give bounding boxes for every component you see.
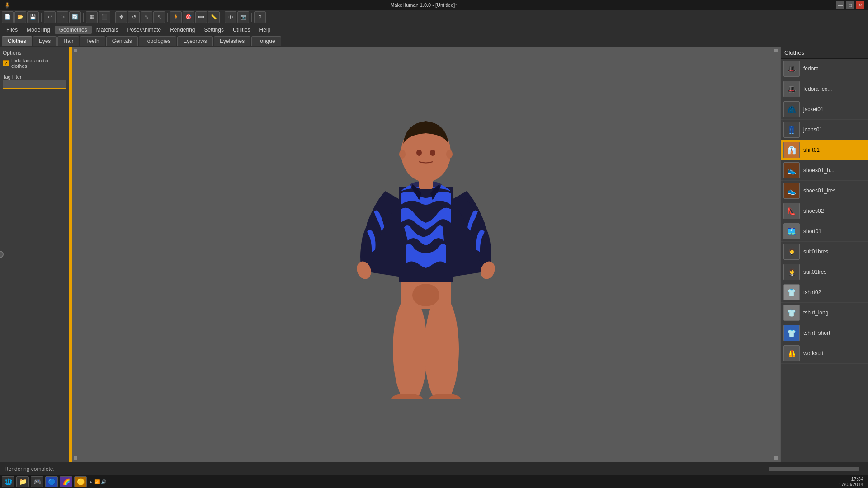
viewport-handle-bl[interactable] [74,456,77,460]
short01-thumb: 🩳 [783,223,800,239]
clothes-item-short01[interactable]: 🩳 short01 [781,221,868,242]
reset-button[interactable]: 🔄 [69,11,81,23]
status-text: Rendering complete. [5,466,769,472]
tshirt-short-thumb: 👕 [783,325,800,341]
clothes-item-tshirt-short[interactable]: 👕 tshirt_short [781,323,868,343]
svg-point-0 [393,295,427,399]
clothes-item-jeans01[interactable]: 👖 jeans01 [781,120,868,140]
tshirt-long-thumb: 👕 [783,305,800,321]
clothes-item-tshirt02[interactable]: 👕 tshirt02 [781,282,868,303]
menu-help[interactable]: Help [255,26,275,34]
tag-filter-section: Tag filter [3,71,66,89]
tab-topologies[interactable]: Topologies [139,36,176,46]
menu-pose-animate[interactable]: Pose/Animate [123,26,165,34]
tab-teeth[interactable]: Teeth [80,36,105,46]
shoes01h-label: shoes01_h... [803,167,835,174]
minimize-button[interactable]: — [836,1,844,9]
redo-button[interactable]: ↪ [57,11,68,23]
jeans01-label: jeans01 [803,127,822,133]
viewport[interactable] [72,47,780,462]
tab-eyebrows[interactable]: Eyebrows [177,36,213,46]
clothes-item-suit01lres[interactable]: 🤵 suit01lres [781,262,868,282]
tshirt02-thumb: 👕 [783,284,800,300]
taskbar-files[interactable]: 📁 [16,476,29,487]
tab-genitals[interactable]: Genitals [106,36,138,46]
toolbar-separator-6 [251,13,252,22]
target-button[interactable]: 🎯 [183,11,194,23]
progress-fill [769,467,859,471]
hide-faces-checkbox[interactable] [3,60,9,66]
taskbar-steam[interactable]: 🎮 [31,476,43,487]
eye-button[interactable]: 👁 [225,11,236,23]
toolbar-separator-4 [167,13,168,22]
tab-clothes[interactable]: Clothes [2,36,32,46]
tag-filter-label: Tag filter [3,74,66,80]
camera-button[interactable]: 📷 [237,11,249,23]
worksuit-thumb: 🦺 [783,345,800,361]
taskbar-chrome[interactable]: 🌐 [2,476,14,487]
taskbar-app4[interactable]: 🔵 [45,476,58,487]
menu-utilities[interactable]: Utilities [228,26,255,34]
shoes01h-thumb: 👟 [783,162,800,178]
suit01lres-thumb: 🤵 [783,264,800,280]
menu-materials[interactable]: Materials [92,26,123,34]
clothes-item-fedora-co[interactable]: 🎩 fedora_co... [781,79,868,99]
viewport-handle-tl[interactable] [74,49,77,52]
scale-button[interactable]: ⤡ [141,11,152,23]
new-button[interactable]: 📄 [2,11,14,23]
tshirt-short-label: tshirt_short [803,330,830,336]
tab-eyelashes[interactable]: Eyelashes [214,36,250,46]
clothes-item-suit01hres[interactable]: 🤵 suit01hres [781,242,868,262]
rotate-button[interactable]: ↺ [128,11,140,23]
taskbar-makehuman[interactable]: 🟡 [74,476,87,487]
menu-files[interactable]: Files [2,26,22,34]
left-panel: Options Hide faces under clothes Tag fil… [0,47,70,462]
menu-rendering[interactable]: Rendering [165,26,199,34]
maximize-button[interactable]: □ [846,1,854,9]
tab-hair[interactable]: Hair [57,36,79,46]
taskbar-sys-tray: ▲ 📶 🔊 [89,479,106,484]
measure-button[interactable]: 📏 [208,11,220,23]
tab-tongue[interactable]: Tongue [251,36,281,46]
select-button[interactable]: ↖ [153,11,165,23]
right-panel: Clothes 🎩 fedora 🎩 fedora_co... 🧥 jacket… [780,47,868,462]
save-button[interactable]: 💾 [27,11,39,23]
undo-button[interactable]: ↩ [44,11,56,23]
clothes-item-shoes01lres[interactable]: 👟 shoes01_lres [781,181,868,201]
checkerboard-button[interactable]: ⬛ [99,11,110,23]
subtab-bar: Clothes Eyes Hair Teeth Genitals Topolog… [0,35,868,47]
viewport-handle-tr[interactable] [774,49,778,52]
clothes-item-shoes02[interactable]: 👠 shoes02 [781,201,868,221]
main-content: Options Hide faces under clothes Tag fil… [0,47,868,462]
help-button[interactable]: ? [254,11,266,23]
viewport-handle-br[interactable] [774,456,778,460]
clothes-item-tshirt-long[interactable]: 👕 tshirt_long [781,303,868,323]
clothes-item-worksuit[interactable]: 🦺 worksuit [781,343,868,364]
clothes-item-fedora[interactable]: 🎩 fedora [781,59,868,79]
tag-filter-input[interactable] [3,80,66,89]
symmetry-button[interactable]: ⟺ [195,11,207,23]
shoes02-thumb: 👠 [783,203,800,219]
tab-eyes[interactable]: Eyes [33,36,57,46]
taskbar-app5[interactable]: 🌈 [60,476,72,487]
open-button[interactable]: 📂 [14,11,26,23]
suit01lres-label: suit01lres [803,269,826,275]
grid-button[interactable]: ▦ [86,11,98,23]
close-button[interactable]: ✕ [856,1,864,9]
character-button[interactable]: 🧍 [170,11,182,23]
menu-modelling[interactable]: Modelling [22,26,54,34]
right-panel-title: Clothes [781,47,868,59]
clothes-item-shirt01[interactable]: 👔 shirt01 [781,140,868,160]
clock-time: 17:34 [839,476,863,482]
menu-settings[interactable]: Settings [200,26,228,34]
fedora-co-thumb: 🎩 [783,81,800,97]
left-edge-handle [0,251,4,258]
clothes-item-jacket01[interactable]: 🧥 jacket01 [781,99,868,120]
move-button[interactable]: ✥ [115,11,127,23]
sys-tray-icons: ▲ 📶 🔊 [89,479,106,484]
menu-geometries[interactable]: Geometries [55,26,92,34]
hide-faces-row: Hide faces under clothes [3,58,66,69]
svg-point-11 [416,150,422,156]
clothes-item-shoes01h[interactable]: 👟 shoes01_h... [781,160,868,181]
tshirt02-label: tshirt02 [803,289,821,296]
